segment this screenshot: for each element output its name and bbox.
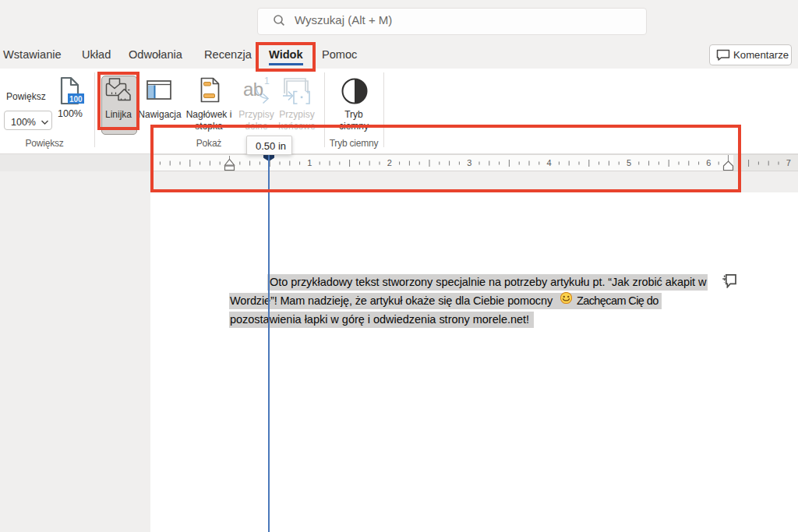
svg-text:7: 7 bbox=[786, 158, 791, 167]
